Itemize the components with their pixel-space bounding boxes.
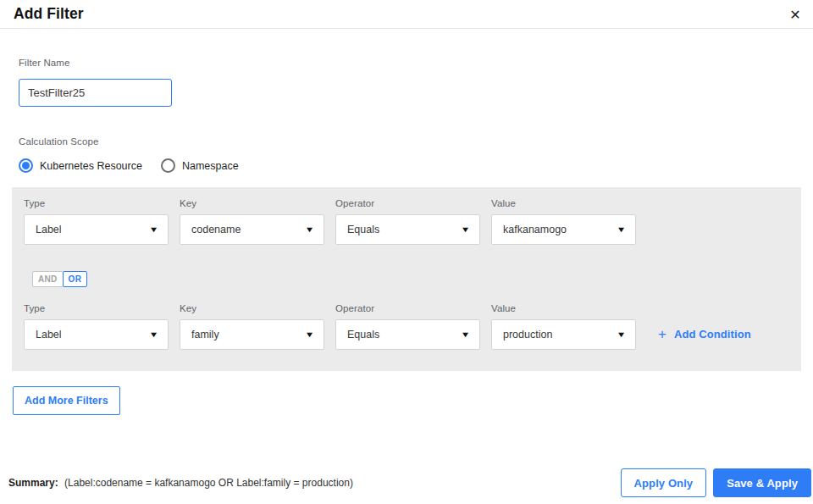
chevron-down-icon: ▼ [617, 330, 627, 339]
filter-name-label: Filter Name [19, 58, 70, 68]
logic-or-button[interactable]: OR [63, 271, 88, 287]
chevron-down-icon: ▼ [149, 330, 159, 339]
condition-row-1: Type Label ▼ Key codename ▼ Operator Equ… [24, 195, 789, 245]
key-select-row2[interactable]: family ▼ [180, 319, 324, 350]
condition-field-value: Value production ▼ [491, 300, 636, 350]
chevron-down-icon: ▼ [461, 225, 471, 234]
footer-buttons: Apply Only Save & Apply [621, 468, 811, 497]
calculation-scope-section: Calculation Scope Kubernetes Resource Na… [19, 133, 813, 173]
logic-toggle: AND OR [32, 271, 789, 287]
radio-label: Kubernetes Resource [40, 160, 142, 172]
dialog-header: Add Filter ✕ [0, 0, 813, 29]
select-value: codename [191, 224, 241, 235]
chevron-down-icon: ▼ [149, 225, 159, 234]
condition-field-type: Type Label ▼ [24, 195, 169, 245]
page-title: Add Filter [14, 5, 84, 23]
condition-field-operator: Operator Equals ▼ [335, 300, 480, 350]
type-label: Type [24, 198, 169, 208]
operator-label: Operator [335, 303, 480, 313]
key-select-row1[interactable]: codename ▼ [180, 214, 324, 245]
select-value: Label [36, 329, 62, 341]
filter-name-section: Filter Name [19, 54, 813, 107]
condition-field-key: Key codename ▼ [180, 195, 324, 245]
chevron-down-icon: ▼ [305, 225, 315, 234]
value-label: Value [491, 303, 636, 313]
operator-select-row2[interactable]: Equals ▼ [335, 319, 480, 350]
value-select-row2[interactable]: production ▼ [491, 319, 636, 350]
select-value: Label [36, 224, 62, 235]
radio-selected-icon [19, 158, 33, 173]
radio-dot [22, 162, 30, 169]
value-select-row1[interactable]: kafkanamogo ▼ [491, 214, 636, 245]
summary-label: Summary: [8, 477, 58, 489]
select-value: kafkanamogo [503, 224, 567, 235]
condition-field-value: Value kafkanamogo ▼ [491, 195, 636, 245]
type-select-row1[interactable]: Label ▼ [24, 214, 169, 245]
select-value: production [503, 329, 552, 341]
conditions-panel: Type Label ▼ Key codename ▼ Operator Equ… [12, 187, 801, 371]
close-button[interactable]: ✕ [784, 3, 806, 25]
chevron-down-icon: ▼ [617, 225, 627, 234]
dialog-footer: Summary: (Label:codename = kafkanamogo O… [0, 468, 813, 504]
filter-name-input[interactable] [19, 79, 172, 107]
key-label: Key [180, 198, 324, 208]
condition-row-2: Type Label ▼ Key family ▼ Operator Equal… [24, 300, 789, 350]
type-label: Type [24, 303, 169, 313]
summary: Summary: (Label:codename = kafkanamogo O… [8, 477, 353, 489]
select-value: Equals [347, 224, 379, 235]
radio-unselected-icon [161, 158, 175, 173]
select-value: family [191, 329, 219, 341]
apply-only-button[interactable]: Apply Only [621, 468, 707, 497]
operator-select-row1[interactable]: Equals ▼ [335, 214, 480, 245]
operator-label: Operator [335, 198, 480, 208]
add-condition-button[interactable]: + Add Condition [658, 327, 751, 341]
add-condition-label: Add Condition [674, 328, 751, 341]
save-and-apply-button[interactable]: Save & Apply [713, 468, 811, 497]
key-label: Key [180, 303, 324, 313]
radio-kubernetes-resource[interactable]: Kubernetes Resource [19, 158, 142, 173]
type-select-row2[interactable]: Label ▼ [24, 319, 169, 350]
select-value: Equals [347, 329, 379, 341]
condition-field-type: Type Label ▼ [24, 300, 169, 350]
plus-icon: + [658, 327, 666, 341]
calculation-scope-options: Kubernetes Resource Namespace [19, 158, 813, 173]
calculation-scope-label: Calculation Scope [19, 136, 98, 147]
radio-label: Namespace [182, 160, 239, 172]
logic-and-button[interactable]: AND [32, 271, 64, 287]
value-label: Value [491, 198, 636, 208]
summary-text: (Label:codename = kafkanamogo OR Label:f… [64, 477, 353, 489]
chevron-down-icon: ▼ [305, 330, 315, 339]
condition-field-operator: Operator Equals ▼ [335, 195, 480, 245]
radio-namespace[interactable]: Namespace [161, 158, 239, 173]
chevron-down-icon: ▼ [461, 330, 471, 339]
condition-field-key: Key family ▼ [180, 300, 324, 350]
close-icon: ✕ [789, 7, 800, 23]
add-more-filters-button[interactable]: Add More Filters [13, 386, 120, 415]
